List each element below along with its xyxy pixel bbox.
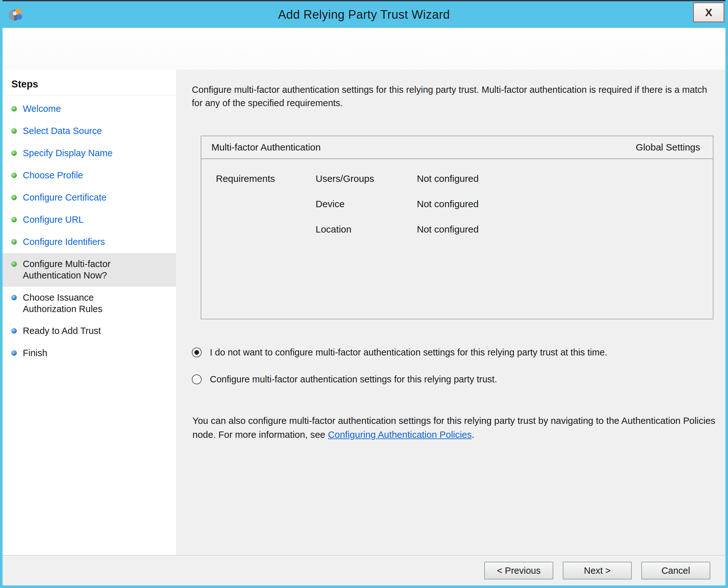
radio-configure-mfa[interactable]: Configure multi-factor authentication se… bbox=[192, 374, 716, 385]
step-welcome[interactable]: Welcome bbox=[2, 98, 176, 120]
step-choose-profile[interactable]: Choose Profile bbox=[2, 164, 176, 187]
step-configure-mfa-now: Configure Multi-factor Authentication No… bbox=[2, 253, 176, 287]
step-label: Welcome bbox=[23, 103, 61, 115]
cancel-button[interactable]: Cancel bbox=[641, 562, 710, 580]
steps-sidebar: Steps Welcome Select Data Source Specify… bbox=[2, 70, 176, 555]
title-bar: Add Relying Party Trust Wizard X bbox=[2, 0, 726, 28]
configuring-authentication-policies-link[interactable]: Configuring Authentication Policies bbox=[328, 429, 471, 440]
window-title: Add Relying Party Trust Wizard bbox=[278, 8, 450, 22]
step-status-dot bbox=[12, 106, 17, 111]
mfa-panel-body: Requirements Users/Groups Not configured… bbox=[201, 159, 713, 249]
requirement-name: Users/Groups bbox=[315, 173, 417, 184]
radio-skip-mfa[interactable]: I do not want to configure multi-factor … bbox=[192, 347, 716, 358]
radio-button-icon[interactable] bbox=[192, 375, 202, 384]
step-label: Specify Display Name bbox=[23, 148, 113, 159]
step-label: Select Data Source bbox=[23, 125, 102, 137]
step-status-dot bbox=[12, 128, 17, 134]
mfa-panel-title: Multi-factor Authentication bbox=[212, 142, 321, 153]
steps-heading: Steps bbox=[2, 79, 176, 96]
step-label: Configure Multi-factor Authentication No… bbox=[23, 258, 132, 281]
step-select-data-source[interactable]: Select Data Source bbox=[2, 120, 176, 142]
step-configure-certificate[interactable]: Configure Certificate bbox=[2, 187, 176, 209]
page-description: Configure multi-factor authentication se… bbox=[192, 83, 716, 110]
requirement-value: Not configured bbox=[417, 198, 713, 209]
step-status-dot bbox=[12, 350, 17, 356]
step-status-dot bbox=[12, 261, 17, 267]
step-configure-identifiers[interactable]: Configure Identifiers bbox=[2, 231, 176, 253]
step-finish: Finish bbox=[2, 342, 176, 364]
radio-configure-mfa-label: Configure multi-factor authentication se… bbox=[210, 374, 497, 385]
requirement-value: Not configured bbox=[417, 224, 713, 235]
next-button[interactable]: Next > bbox=[563, 562, 632, 580]
adfs-app-icon bbox=[7, 6, 25, 23]
wizard-page-content: Configure multi-factor authentication se… bbox=[176, 70, 726, 555]
step-status-dot bbox=[12, 295, 17, 300]
table-row: Location Not configured bbox=[216, 224, 713, 249]
step-status-dot bbox=[12, 150, 17, 156]
close-button[interactable]: X bbox=[693, 2, 724, 22]
mfa-settings-panel: Multi-factor Authentication Global Setti… bbox=[201, 135, 713, 319]
previous-button[interactable]: < Previous bbox=[484, 562, 553, 580]
step-choose-issuance-authorization-rules: Choose Issuance Authorization Rules bbox=[2, 287, 176, 320]
header-band bbox=[2, 28, 726, 70]
requirement-value: Not configured bbox=[417, 173, 713, 184]
step-label: Choose Issuance Authorization Rules bbox=[23, 292, 132, 315]
note-text-end: . bbox=[471, 429, 474, 440]
wizard-button-bar: < Previous Next > Cancel bbox=[2, 555, 726, 586]
radio-skip-mfa-label: I do not want to configure multi-factor … bbox=[210, 347, 608, 358]
additional-info-note: You can also configure multi-factor auth… bbox=[193, 414, 716, 442]
step-label: Configure URL bbox=[23, 214, 84, 226]
step-label: Configure Certificate bbox=[23, 192, 106, 203]
requirement-name: Device bbox=[315, 198, 417, 209]
step-status-dot bbox=[12, 195, 17, 200]
global-settings-label: Global Settings bbox=[636, 142, 700, 153]
step-status-dot bbox=[12, 328, 17, 334]
table-row: Device Not configured bbox=[216, 198, 713, 224]
step-status-dot bbox=[12, 217, 17, 223]
step-label: Configure Identifiers bbox=[23, 236, 105, 248]
step-status-dot bbox=[12, 239, 17, 245]
wizard-window: Add Relying Party Trust Wizard X Steps W… bbox=[0, 0, 728, 588]
table-row: Requirements Users/Groups Not configured bbox=[216, 173, 713, 198]
step-configure-url[interactable]: Configure URL bbox=[2, 209, 176, 231]
step-status-dot bbox=[12, 173, 17, 178]
step-specify-display-name[interactable]: Specify Display Name bbox=[2, 142, 176, 164]
step-label: Ready to Add Trust bbox=[23, 326, 101, 337]
requirement-name: Location bbox=[315, 224, 417, 235]
mfa-panel-header: Multi-factor Authentication Global Setti… bbox=[201, 136, 713, 159]
requirements-label: Requirements bbox=[216, 173, 315, 184]
step-label: Finish bbox=[23, 348, 47, 359]
step-label: Choose Profile bbox=[23, 170, 83, 181]
step-ready-to-add-trust: Ready to Add Trust bbox=[2, 320, 176, 342]
radio-button-icon[interactable] bbox=[192, 348, 202, 357]
